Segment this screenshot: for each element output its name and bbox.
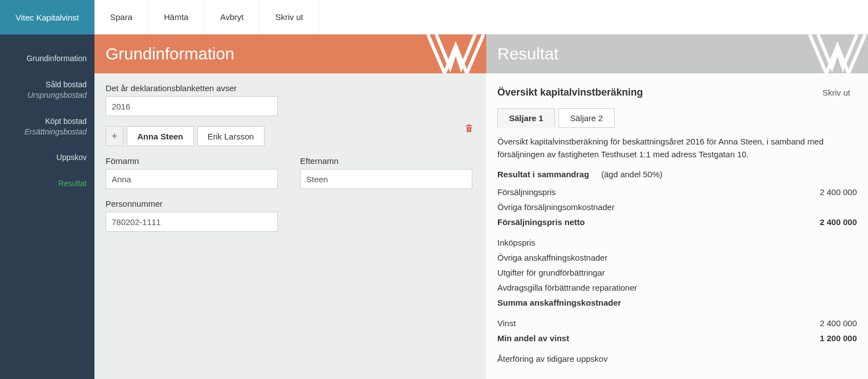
- result-line-label: Inköpspris: [497, 238, 535, 247]
- year-input[interactable]: [106, 96, 278, 116]
- panel-title: Grundinformation: [106, 44, 235, 63]
- result-line: Återföring av tidigare uppskov: [497, 351, 857, 366]
- result-line-label: Återföring av tidigare uppskov: [497, 354, 607, 363]
- sidebar-item-label: Köpt bostad: [45, 117, 87, 126]
- overview-title: Översikt kapitalvinstberäkning: [497, 87, 816, 98]
- result-line-label: Summa anskaffningskostnader: [497, 298, 621, 307]
- panel-header: Resultat: [486, 34, 868, 73]
- tab-saljare-2[interactable]: Säljare 2: [558, 108, 615, 128]
- grundinformation-panel: Grundinformation Det år deklarationsblan…: [94, 34, 486, 379]
- brand-logo-icon: [425, 34, 486, 73]
- toolbar: Spara Hämta Avbryt Skriv ut: [94, 0, 868, 34]
- sidebar-item-label: Resultat: [58, 179, 87, 188]
- sidebar-item-sublabel: Ersättningsbostad: [9, 127, 87, 137]
- topbar: Vitec Kapitalvinst Spara Hämta Avbryt Sk…: [0, 0, 868, 34]
- person-tab-1[interactable]: Anna Steen: [127, 126, 194, 146]
- sidebar-item-label: Såld bostad: [46, 80, 87, 89]
- result-line-label: Övriga försäljningsomkostnader: [497, 202, 615, 212]
- brand-logo-icon: [807, 34, 868, 73]
- result-line-value: 2 400 000: [820, 187, 857, 197]
- result-line: Vinst2 400 000: [497, 316, 857, 331]
- result-line-value: 2 400 000: [820, 318, 857, 328]
- result-line: Försäljningspris netto2 400 000: [497, 215, 857, 230]
- sidebar-item-label: Uppskov: [57, 153, 87, 162]
- panel-header: Grundinformation: [94, 34, 486, 73]
- save-button[interactable]: Spara: [94, 0, 148, 34]
- sidebar-item-sald-bostad[interactable]: Såld bostad Ursprungsbostad: [4, 72, 94, 108]
- panel-title: Resultat: [497, 44, 558, 63]
- result-line: Inköpspris: [497, 235, 857, 250]
- result-line: Utgifter för grundförbättringar: [497, 265, 857, 280]
- result-line: Summa anskaffningskostnader: [497, 295, 857, 310]
- result-line: Avdragsgilla förbättrande reparationer: [497, 280, 857, 295]
- overview-description: Översikt kapitalvinstberäkning för beska…: [497, 136, 857, 161]
- fornamn-label: Förnamn: [106, 156, 278, 166]
- sidebar-item-sublabel: Ursprungsbostad: [9, 90, 87, 101]
- result-line-label: Försäljningspris: [497, 187, 556, 197]
- result-line-label: Avdragsgilla förbättrande reparationer: [497, 283, 637, 292]
- print-button[interactable]: Skriv ut: [260, 0, 319, 34]
- sidebar-item-kopt-bostad[interactable]: Köpt bostad Ersättningsbostad: [4, 108, 94, 145]
- result-line: Min andel av vinst1 200 000: [497, 331, 857, 346]
- cancel-button[interactable]: Avbryt: [204, 0, 260, 34]
- efternamn-label: Efternamn: [300, 156, 472, 166]
- result-line: Övriga försäljningsomkostnader: [497, 200, 857, 215]
- efternamn-input[interactable]: [300, 169, 472, 189]
- sidebar: Grundinformation Såld bostad Ursprungsbo…: [0, 34, 94, 379]
- result-line-label: Vinst: [497, 318, 516, 328]
- result-line-label: Övriga anskaffningskostnader: [497, 253, 607, 262]
- pnr-input[interactable]: [106, 212, 278, 232]
- sidebar-item-uppskov[interactable]: Uppskov: [4, 144, 94, 171]
- sidebar-item-grundinformation[interactable]: Grundinformation: [4, 46, 94, 72]
- sidebar-item-label: Grundinformation: [27, 54, 87, 63]
- result-line-value: 1 200 000: [820, 333, 857, 343]
- result-line-label: Försäljningspris netto: [497, 217, 585, 227]
- sidebar-item-resultat[interactable]: Resultat: [4, 171, 94, 197]
- tab-saljare-1[interactable]: Säljare 1: [497, 108, 555, 128]
- resultat-panel: Resultat Översikt kapitalvinstberäkning …: [486, 34, 868, 379]
- result-line: Försäljningspris2 400 000: [497, 184, 857, 200]
- result-line: Övriga anskaffningskostnader: [497, 250, 857, 265]
- print-link[interactable]: Skriv ut: [816, 83, 857, 102]
- result-line-label: Min andel av vinst: [497, 333, 569, 343]
- delete-icon[interactable]: [464, 123, 474, 133]
- result-line-value: 2 400 000: [820, 217, 857, 227]
- load-button[interactable]: Hämta: [148, 0, 204, 34]
- result-lines: Försäljningspris2 400 000Övriga försäljn…: [497, 184, 857, 366]
- year-label: Det år deklarationsblanketten avser: [106, 83, 475, 93]
- summary-title: Resultat i sammandrag: [497, 169, 589, 179]
- fornamn-input[interactable]: [106, 169, 278, 189]
- add-person-button[interactable]: +: [106, 126, 123, 146]
- result-line-label: Utgifter för grundförbättringar: [497, 268, 605, 277]
- pnr-label: Personnummer: [106, 199, 475, 208]
- summary-note: (ägd andel 50%): [601, 169, 662, 179]
- brand-title: Vitec Kapitalvinst: [0, 0, 94, 34]
- person-tab-2[interactable]: Erik Larsson: [197, 126, 265, 146]
